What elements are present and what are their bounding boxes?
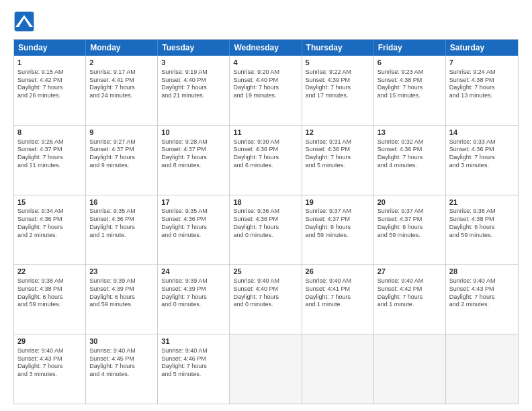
day-number: 1 xyxy=(17,58,82,68)
calendar-day-4: 4Sunrise: 9:20 AM Sunset: 4:40 PM Daylig… xyxy=(230,56,302,125)
day-info: Sunrise: 9:33 AM Sunset: 4:36 PM Dayligh… xyxy=(449,138,515,170)
day-number: 22 xyxy=(17,267,82,277)
day-info: Sunrise: 9:24 AM Sunset: 4:38 PM Dayligh… xyxy=(449,68,515,100)
day-number: 31 xyxy=(161,336,226,347)
calendar-day-14: 14Sunrise: 9:33 AM Sunset: 4:36 PM Dayli… xyxy=(446,126,518,195)
day-number: 10 xyxy=(161,128,226,138)
day-info: Sunrise: 9:34 AM Sunset: 4:36 PM Dayligh… xyxy=(17,208,82,239)
calendar-empty-cell xyxy=(374,334,446,404)
day-number: 24 xyxy=(161,267,226,277)
day-info: Sunrise: 9:35 AM Sunset: 4:36 PM Dayligh… xyxy=(161,208,226,239)
day-info: Sunrise: 9:19 AM Sunset: 4:40 PM Dayligh… xyxy=(161,68,226,100)
day-number: 15 xyxy=(17,197,82,208)
day-info: Sunrise: 9:31 AM Sunset: 4:36 PM Dayligh… xyxy=(306,138,370,170)
calendar-day-1: 1Sunrise: 9:15 AM Sunset: 4:42 PM Daylig… xyxy=(14,56,86,125)
day-number: 4 xyxy=(233,58,298,68)
calendar-day-29: 29Sunrise: 9:40 AM Sunset: 4:43 PM Dayli… xyxy=(14,334,86,404)
day-number: 27 xyxy=(378,267,442,277)
day-info: Sunrise: 9:40 AM Sunset: 4:43 PM Dayligh… xyxy=(17,347,82,379)
calendar-day-17: 17Sunrise: 9:35 AM Sunset: 4:36 PM Dayli… xyxy=(158,195,230,265)
day-info: Sunrise: 9:38 AM Sunset: 4:38 PM Dayligh… xyxy=(449,208,515,239)
day-number: 6 xyxy=(378,58,442,68)
page: SundayMondayTuesdayWednesdayThursdayFrid… xyxy=(0,0,532,411)
calendar-day-15: 15Sunrise: 9:34 AM Sunset: 4:36 PM Dayli… xyxy=(14,195,86,265)
calendar-day-19: 19Sunrise: 9:37 AM Sunset: 4:37 PM Dayli… xyxy=(302,195,374,265)
day-number: 9 xyxy=(89,128,154,138)
calendar-empty-cell xyxy=(446,334,518,404)
day-info: Sunrise: 9:20 AM Sunset: 4:40 PM Dayligh… xyxy=(233,68,298,100)
logo xyxy=(13,11,38,32)
day-number: 25 xyxy=(233,267,298,277)
day-info: Sunrise: 9:26 AM Sunset: 4:37 PM Dayligh… xyxy=(17,138,82,170)
day-info: Sunrise: 9:28 AM Sunset: 4:37 PM Dayligh… xyxy=(161,138,226,170)
calendar: SundayMondayTuesdayWednesdayThursdayFrid… xyxy=(13,39,519,404)
day-number: 23 xyxy=(89,267,154,277)
day-info: Sunrise: 9:40 AM Sunset: 4:46 PM Dayligh… xyxy=(161,347,226,379)
header-day-saturday: Saturday xyxy=(446,40,518,56)
calendar-day-27: 27Sunrise: 9:40 AM Sunset: 4:42 PM Dayli… xyxy=(374,265,446,334)
calendar-day-30: 30Sunrise: 9:40 AM Sunset: 4:45 PM Dayli… xyxy=(86,334,158,404)
calendar-day-31: 31Sunrise: 9:40 AM Sunset: 4:46 PM Dayli… xyxy=(158,334,230,404)
header xyxy=(13,11,519,32)
calendar-day-9: 9Sunrise: 9:27 AM Sunset: 4:37 PM Daylig… xyxy=(86,126,158,195)
day-number: 16 xyxy=(89,197,154,208)
day-number: 14 xyxy=(449,128,515,138)
day-number: 8 xyxy=(17,128,82,138)
day-info: Sunrise: 9:40 AM Sunset: 4:40 PM Dayligh… xyxy=(233,277,298,309)
calendar-empty-cell xyxy=(230,334,302,404)
day-info: Sunrise: 9:23 AM Sunset: 4:38 PM Dayligh… xyxy=(378,68,442,100)
day-number: 11 xyxy=(233,128,298,138)
day-info: Sunrise: 9:39 AM Sunset: 4:39 PM Dayligh… xyxy=(89,277,154,309)
calendar-empty-cell xyxy=(302,334,374,404)
calendar-day-22: 22Sunrise: 9:38 AM Sunset: 4:38 PM Dayli… xyxy=(14,265,86,334)
day-number: 13 xyxy=(378,128,442,138)
day-number: 29 xyxy=(17,336,82,347)
calendar-body: 1Sunrise: 9:15 AM Sunset: 4:42 PM Daylig… xyxy=(14,56,518,404)
day-info: Sunrise: 9:39 AM Sunset: 4:39 PM Dayligh… xyxy=(161,277,226,309)
day-number: 30 xyxy=(89,336,154,347)
calendar-day-18: 18Sunrise: 9:36 AM Sunset: 4:36 PM Dayli… xyxy=(230,195,302,265)
calendar-header: SundayMondayTuesdayWednesdayThursdayFrid… xyxy=(14,40,518,56)
day-info: Sunrise: 9:37 AM Sunset: 4:37 PM Dayligh… xyxy=(306,208,370,239)
day-number: 2 xyxy=(89,58,154,68)
calendar-day-16: 16Sunrise: 9:35 AM Sunset: 4:36 PM Dayli… xyxy=(86,195,158,265)
calendar-day-23: 23Sunrise: 9:39 AM Sunset: 4:39 PM Dayli… xyxy=(86,265,158,334)
calendar-day-2: 2Sunrise: 9:17 AM Sunset: 4:41 PM Daylig… xyxy=(86,56,158,125)
header-day-wednesday: Wednesday xyxy=(230,40,302,56)
calendar-week-3: 22Sunrise: 9:38 AM Sunset: 4:38 PM Dayli… xyxy=(14,265,518,334)
day-number: 19 xyxy=(306,197,370,208)
day-info: Sunrise: 9:40 AM Sunset: 4:43 PM Dayligh… xyxy=(449,277,515,309)
day-info: Sunrise: 9:40 AM Sunset: 4:45 PM Dayligh… xyxy=(89,347,154,379)
day-info: Sunrise: 9:37 AM Sunset: 4:37 PM Dayligh… xyxy=(378,208,442,239)
calendar-day-6: 6Sunrise: 9:23 AM Sunset: 4:38 PM Daylig… xyxy=(374,56,446,125)
calendar-day-25: 25Sunrise: 9:40 AM Sunset: 4:40 PM Dayli… xyxy=(230,265,302,334)
header-day-monday: Monday xyxy=(86,40,158,56)
header-day-tuesday: Tuesday xyxy=(158,40,230,56)
calendar-week-0: 1Sunrise: 9:15 AM Sunset: 4:42 PM Daylig… xyxy=(14,56,518,126)
calendar-day-13: 13Sunrise: 9:32 AM Sunset: 4:36 PM Dayli… xyxy=(374,126,446,195)
day-info: Sunrise: 9:15 AM Sunset: 4:42 PM Dayligh… xyxy=(17,68,82,100)
header-day-sunday: Sunday xyxy=(14,40,86,56)
day-number: 5 xyxy=(306,58,370,68)
day-info: Sunrise: 9:36 AM Sunset: 4:36 PM Dayligh… xyxy=(233,208,298,239)
day-number: 17 xyxy=(161,197,226,208)
day-info: Sunrise: 9:30 AM Sunset: 4:36 PM Dayligh… xyxy=(233,138,298,170)
day-info: Sunrise: 9:27 AM Sunset: 4:37 PM Dayligh… xyxy=(89,138,154,170)
day-number: 18 xyxy=(233,197,298,208)
calendar-week-1: 8Sunrise: 9:26 AM Sunset: 4:37 PM Daylig… xyxy=(14,126,518,195)
day-number: 20 xyxy=(378,197,442,208)
day-info: Sunrise: 9:32 AM Sunset: 4:36 PM Dayligh… xyxy=(378,138,442,170)
calendar-day-11: 11Sunrise: 9:30 AM Sunset: 4:36 PM Dayli… xyxy=(230,126,302,195)
calendar-day-8: 8Sunrise: 9:26 AM Sunset: 4:37 PM Daylig… xyxy=(14,126,86,195)
day-number: 12 xyxy=(306,128,370,138)
day-number: 3 xyxy=(161,58,226,68)
day-info: Sunrise: 9:35 AM Sunset: 4:36 PM Dayligh… xyxy=(89,208,154,239)
day-number: 26 xyxy=(306,267,370,277)
calendar-day-20: 20Sunrise: 9:37 AM Sunset: 4:37 PM Dayli… xyxy=(374,195,446,265)
day-info: Sunrise: 9:22 AM Sunset: 4:39 PM Dayligh… xyxy=(306,68,370,100)
day-info: Sunrise: 9:38 AM Sunset: 4:38 PM Dayligh… xyxy=(17,277,82,309)
header-day-thursday: Thursday xyxy=(302,40,374,56)
calendar-day-3: 3Sunrise: 9:19 AM Sunset: 4:40 PM Daylig… xyxy=(158,56,230,125)
day-info: Sunrise: 9:40 AM Sunset: 4:41 PM Dayligh… xyxy=(306,277,370,309)
calendar-day-24: 24Sunrise: 9:39 AM Sunset: 4:39 PM Dayli… xyxy=(158,265,230,334)
